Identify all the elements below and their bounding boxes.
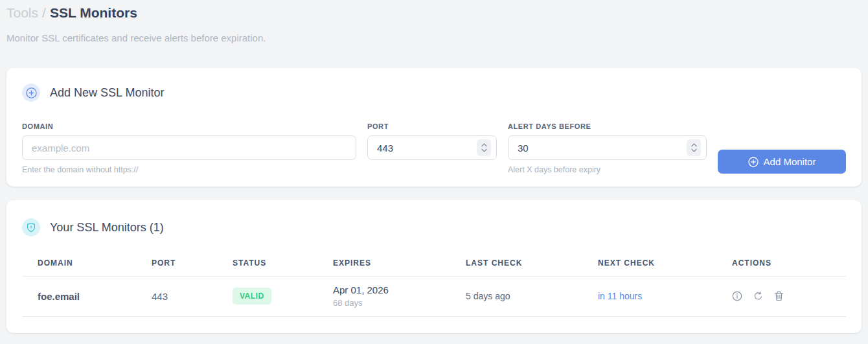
expires-days-remaining: 68 days	[333, 298, 458, 308]
port-label: PORT	[367, 122, 497, 130]
plus-circle-icon	[22, 84, 40, 102]
col-header-port: PORT	[152, 258, 233, 277]
alert-days-hint: Alert X days before expiry	[508, 165, 707, 174]
cell-last-check: 5 days ago	[466, 277, 598, 317]
domain-input[interactable]	[23, 136, 356, 159]
table-row: foe.email 443 VALID Apr 01, 2026 68 days…	[22, 277, 846, 317]
cell-domain: foe.email	[22, 277, 152, 317]
ssl-monitors-page: Tools/SSL Monitors Monitor SSL certifica…	[0, 0, 868, 333]
add-monitor-card: Add New SSL Monitor DOMAIN Enter the dom…	[6, 68, 862, 187]
page-title: SSL Monitors	[50, 5, 137, 20]
domain-hint: Enter the domain without https://	[22, 165, 356, 174]
alert-days-input[interactable]	[508, 136, 706, 159]
domain-label: DOMAIN	[22, 122, 356, 130]
col-header-domain: DOMAIN	[22, 258, 152, 277]
page-subtitle: Monitor SSL certificates and receive ale…	[6, 32, 862, 43]
monitors-header: Your SSL Monitors (1)	[22, 218, 846, 236]
col-header-status: STATUS	[233, 258, 333, 277]
breadcrumb: Tools/SSL Monitors	[6, 0, 862, 21]
expires-date: Apr 01, 2026	[333, 284, 458, 295]
add-monitor-title: Add New SSL Monitor	[50, 86, 164, 100]
monitors-title: Your SSL Monitors (1)	[50, 221, 164, 235]
add-monitor-button-label: Add Monitor	[764, 156, 816, 167]
info-icon[interactable]	[732, 291, 742, 301]
domain-input-wrap	[22, 135, 356, 160]
domain-field-group: DOMAIN Enter the domain without https://	[22, 122, 356, 174]
breadcrumb-tools-link[interactable]: Tools	[6, 5, 38, 20]
plus-circle-icon	[748, 157, 759, 167]
monitors-table: DOMAIN PORT STATUS EXPIRES LAST CHECK NE…	[22, 258, 846, 317]
port-stepper[interactable]	[477, 139, 491, 156]
cell-expires: Apr 01, 2026 68 days	[333, 277, 466, 317]
cell-actions	[732, 277, 846, 317]
cell-status: VALID	[233, 277, 333, 317]
port-input-wrap	[367, 135, 497, 160]
add-monitor-form: DOMAIN Enter the domain without https://…	[22, 122, 846, 174]
col-header-last-check: LAST CHECK	[466, 258, 598, 277]
col-header-actions: ACTIONS	[732, 258, 846, 277]
shield-lock-icon	[22, 218, 40, 236]
add-monitor-header: Add New SSL Monitor	[22, 84, 846, 102]
alert-days-field-group: ALERT DAYS BEFORE Alert X days before ex…	[508, 122, 707, 174]
submit-column: Add Monitor	[718, 150, 846, 174]
breadcrumb-separator: /	[42, 5, 46, 20]
status-badge: VALID	[233, 288, 271, 304]
monitors-card: Your SSL Monitors (1) DOMAIN PORT STATUS…	[6, 200, 862, 333]
trash-icon[interactable]	[774, 291, 784, 301]
refresh-icon[interactable]	[753, 291, 763, 301]
cell-port: 443	[152, 277, 233, 317]
add-monitor-button[interactable]: Add Monitor	[718, 150, 846, 174]
table-header-row: DOMAIN PORT STATUS EXPIRES LAST CHECK NE…	[22, 258, 846, 277]
cell-next-check: in 11 hours	[598, 277, 732, 317]
alert-days-stepper[interactable]	[687, 139, 701, 156]
col-header-expires: EXPIRES	[333, 258, 466, 277]
row-actions	[732, 291, 838, 301]
col-header-next-check: NEXT CHECK	[598, 258, 732, 277]
port-field-group: PORT	[367, 122, 497, 160]
alert-days-label: ALERT DAYS BEFORE	[508, 122, 707, 130]
alert-days-input-wrap	[508, 135, 707, 160]
